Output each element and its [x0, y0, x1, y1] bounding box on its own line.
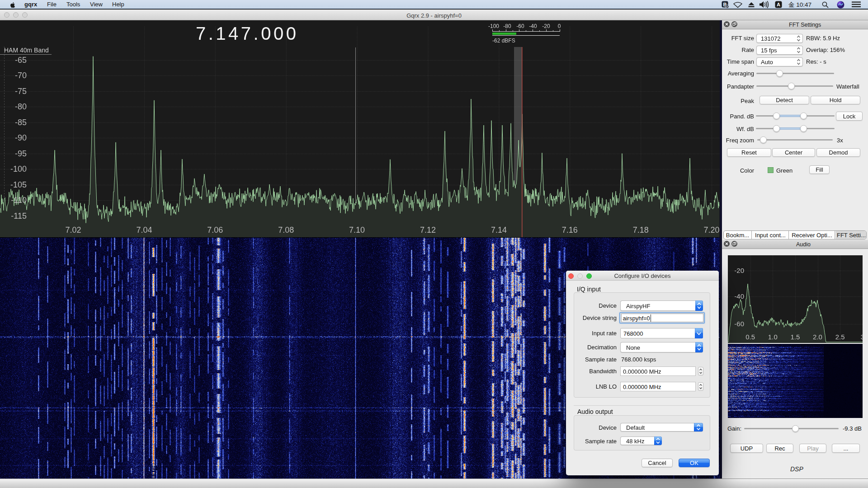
- svg-text:A: A: [777, 2, 780, 7]
